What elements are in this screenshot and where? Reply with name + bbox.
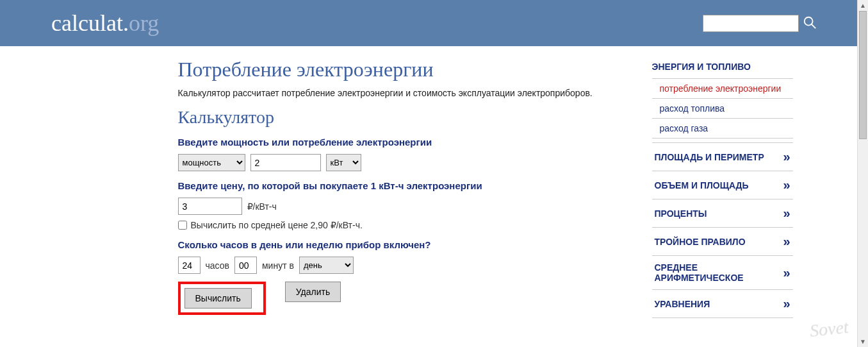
chevron-right-icon: » bbox=[783, 234, 790, 249]
sidebar-link[interactable]: расход газа bbox=[660, 123, 708, 133]
site-logo[interactable]: calculat.org bbox=[51, 10, 159, 37]
clear-button[interactable]: Удалить bbox=[285, 282, 341, 302]
calc-heading: Калькулятор bbox=[178, 107, 626, 128]
power-label: Введите мощность или потребление электро… bbox=[178, 137, 626, 148]
svg-point-0 bbox=[805, 17, 813, 25]
sidebar-cat-area[interactable]: ПЛОЩАДЬ И ПЕРИМЕТР» bbox=[652, 142, 793, 171]
chevron-right-icon: » bbox=[783, 149, 790, 164]
scrollbar[interactable]: ▲ ▼ bbox=[857, 0, 868, 318]
scrollbar-track[interactable] bbox=[858, 11, 868, 318]
main-content: Потребление электроэнергии Калькулятор р… bbox=[76, 58, 626, 318]
search-input[interactable] bbox=[703, 15, 799, 32]
avg-price-checkbox[interactable] bbox=[178, 221, 187, 230]
chevron-right-icon: » bbox=[783, 206, 790, 221]
sidebar-item-fuel[interactable]: расход топлива bbox=[652, 99, 793, 119]
sidebar-cat-link[interactable]: ПЛОЩАДЬ И ПЕРИМЕТР bbox=[655, 152, 764, 162]
sidebar-cat-volume[interactable]: ОБЪЕМ И ПЛОЩАДЬ» bbox=[652, 171, 793, 199]
hours-label: Сколько часов в день или неделю прибор в… bbox=[178, 239, 626, 250]
svg-line-1 bbox=[812, 24, 815, 28]
sidebar-item-energy-consumption[interactable]: потребление электроэнергии bbox=[652, 79, 793, 99]
calculate-button[interactable]: Вычислить bbox=[184, 288, 252, 309]
page-title: Потребление электроэнергии bbox=[178, 58, 626, 81]
price-label: Введите цену, по которой вы покупаете 1 … bbox=[178, 180, 626, 191]
sidebar-cat-avg[interactable]: СРЕДНЕЕ АРИФМЕТИЧЕСКОЕ» bbox=[652, 256, 793, 290]
scrollbar-thumb[interactable] bbox=[859, 11, 867, 139]
sidebar-cat-triple[interactable]: ТРОЙНОЕ ПРАВИЛО» bbox=[652, 228, 793, 256]
sidebar-sub-list: потребление электроэнергии расход топлив… bbox=[652, 78, 793, 139]
sidebar-cat-equations[interactable]: УРАВНЕНИЯ» bbox=[652, 290, 793, 318]
minutes-input[interactable] bbox=[234, 257, 257, 274]
sidebar-cat-link[interactable]: ТРОЙНОЕ ПРАВИЛО bbox=[655, 237, 746, 247]
sidebar-cat-link[interactable]: УРАВНЕНИЯ bbox=[655, 299, 710, 309]
sidebar: ЭНЕРГИЯ И ТОПЛИВО потребление электроэне… bbox=[652, 58, 793, 318]
sidebar-link[interactable]: расход топлива bbox=[660, 103, 725, 114]
search-wrap bbox=[703, 15, 817, 32]
sidebar-cat-percent[interactable]: ПРОЦЕНТЫ» bbox=[652, 199, 793, 228]
scroll-up-icon[interactable]: ▲ bbox=[858, 0, 868, 11]
sidebar-item-gas[interactable]: расход газа bbox=[652, 119, 793, 139]
logo-dot: . bbox=[123, 10, 129, 36]
power-input[interactable] bbox=[250, 154, 321, 171]
header-bar: calculat.org bbox=[0, 0, 868, 46]
hours-input[interactable] bbox=[178, 257, 201, 274]
unit-select[interactable]: кВт bbox=[326, 154, 361, 171]
sidebar-category-list: ПЛОЩАДЬ И ПЕРИМЕТР» ОБЪЕМ И ПЛОЩАДЬ» ПРО… bbox=[652, 142, 793, 318]
price-unit: ₽/кВт-ч bbox=[247, 201, 277, 212]
sidebar-link[interactable]: потребление электроэнергии bbox=[660, 83, 782, 94]
logo-org: org bbox=[129, 10, 159, 36]
sidebar-heading: ЭНЕРГИЯ И ТОПЛИВО bbox=[652, 58, 793, 78]
chevron-right-icon: » bbox=[783, 178, 790, 192]
price-input[interactable] bbox=[178, 198, 242, 215]
hours-unit: часов bbox=[206, 260, 229, 271]
page-description: Калькулятор рассчитает потребление элект… bbox=[178, 88, 626, 98]
chevron-right-icon: » bbox=[783, 266, 790, 280]
period-select[interactable]: день bbox=[299, 257, 354, 274]
avg-price-label: Вычислить по средней цене 2,90 ₽/кВт-ч. bbox=[191, 220, 363, 230]
search-icon[interactable] bbox=[803, 15, 817, 31]
mode-select[interactable]: мощность bbox=[178, 154, 245, 171]
chevron-right-icon: » bbox=[783, 296, 790, 311]
sidebar-cat-link[interactable]: ПРОЦЕНТЫ bbox=[655, 208, 707, 219]
sidebar-cat-link[interactable]: СРЕДНЕЕ АРИФМЕТИЧЕСКОЕ bbox=[655, 262, 783, 283]
logo-main: calculat bbox=[51, 10, 123, 36]
sidebar-cat-link[interactable]: ОБЪЕМ И ПЛОЩАДЬ bbox=[655, 180, 749, 190]
highlight-box: Вычислить bbox=[178, 282, 266, 315]
minutes-unit: минут в bbox=[262, 260, 294, 271]
